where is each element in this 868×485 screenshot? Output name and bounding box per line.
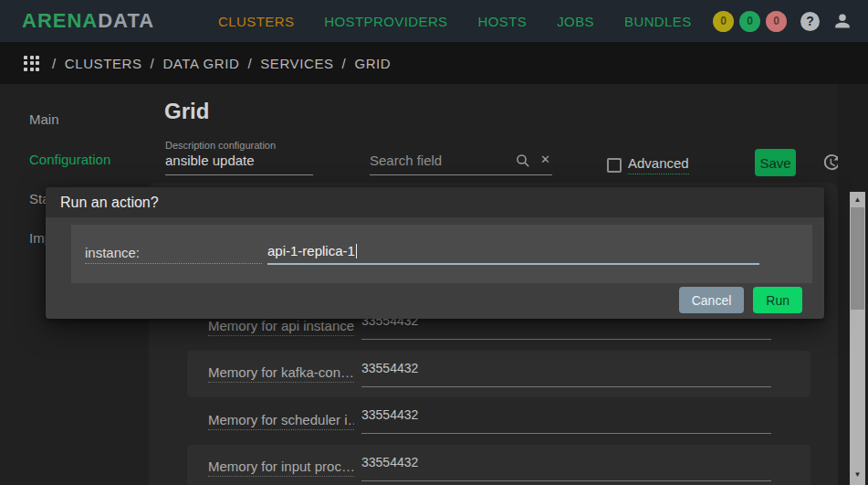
sidebar-item-main[interactable]: Main [29, 111, 59, 127]
search-icon[interactable] [516, 153, 530, 172]
config-field-list: Memory for api instance: 33554432 Memory… [149, 303, 838, 485]
dialog-title: Run an action? [46, 187, 824, 217]
job-status-badge-yellow[interactable]: 0 [713, 11, 734, 32]
toolbar-bar: / CLUSTERS / DATA GRID / SERVICES / GRID… [0, 42, 868, 84]
nav-item-bundles[interactable]: BUNDLES [624, 14, 692, 29]
config-field-label: Memory for kafka-con… [208, 364, 354, 383]
description-config-label: Description configuration [165, 140, 276, 151]
nav-item-hosts[interactable]: HOSTS [478, 14, 528, 29]
breadcrumb-separator: / [342, 56, 347, 71]
nav-item-clusters[interactable]: CLUSTERS [218, 14, 294, 29]
cancel-button[interactable]: Cancel [679, 287, 745, 313]
config-search: ✕ [370, 153, 552, 175]
vertical-scrollbar[interactable]: ▲ ▼ [850, 192, 865, 485]
help-icon[interactable]: ? [800, 12, 820, 31]
scroll-up-icon[interactable]: ▲ [850, 193, 865, 206]
breadcrumb-clusters[interactable]: CLUSTERS [65, 56, 142, 71]
save-button[interactable]: Save [755, 149, 796, 176]
arenadata-logo[interactable]: ARENADATA [22, 9, 154, 33]
apps-grid-icon[interactable] [24, 56, 39, 71]
breadcrumb: / CLUSTERS / DATA GRID / SERVICES / GRID [52, 56, 391, 71]
advanced-checkbox[interactable] [607, 158, 622, 173]
breadcrumb-services[interactable]: SERVICES [260, 56, 333, 71]
advanced-label: Advanced [628, 155, 689, 174]
config-field-row: Memory for kafka-con… 33554432 [187, 351, 810, 398]
breadcrumb-grid[interactable]: GRID [354, 56, 391, 71]
nav-item-jobs[interactable]: JOBS [557, 14, 594, 29]
config-field-row: Memory for scheduler i… 33554432 [187, 397, 810, 445]
logo-text-arena: ARENA [22, 9, 98, 32]
run-button[interactable]: Run [753, 287, 802, 313]
job-status-badge-red[interactable]: 0 [766, 11, 787, 32]
scrollbar-thumb[interactable] [851, 207, 864, 310]
config-field-input[interactable]: 33554432 [361, 407, 771, 434]
config-field-label: Memory for scheduler i… [208, 412, 354, 430]
breadcrumb-separator: / [151, 56, 155, 71]
dialog-form-panel: instance: api-1-replica-1 [71, 225, 812, 283]
account-icon[interactable] [831, 10, 853, 32]
config-field-input[interactable]: 33554432 [361, 361, 771, 387]
clear-search-icon[interactable]: ✕ [540, 153, 550, 166]
run-action-dialog: Run an action? instance: api-1-replica-1… [46, 187, 824, 319]
nav-item-hostproviders[interactable]: HOSTPROVIDERS [324, 14, 447, 29]
adcm-app-window: ARENADATA CLUSTERS HOSTPROVIDERS HOSTS J… [0, 0, 868, 485]
config-field-input[interactable]: 33554432 [361, 455, 771, 481]
description-config-input[interactable] [165, 153, 313, 175]
dialog-footer: Cancel Run [46, 283, 824, 313]
job-status-badge-green[interactable]: 0 [739, 11, 760, 32]
scroll-down-icon[interactable]: ▼ [850, 468, 865, 480]
config-field-row: Memory for input proc… 33554432 [187, 445, 810, 485]
top-nav-right: 0 0 0 ? [713, 0, 853, 42]
config-field-label: Memory for input proc… [208, 459, 354, 477]
text-caret [356, 244, 358, 258]
instance-input-value: api-1-replica-1 [267, 243, 355, 258]
instance-input[interactable]: api-1-replica-1 [267, 243, 759, 265]
main-nav: CLUSTERS HOSTPROVIDERS HOSTS JOBS BUNDLE… [218, 14, 692, 29]
breadcrumb-separator: / [247, 56, 252, 71]
page-title: Grid [164, 99, 209, 124]
breadcrumb-data-grid[interactable]: DATA GRID [162, 56, 239, 71]
top-nav-bar: ARENADATA CLUSTERS HOSTPROVIDERS HOSTS J… [0, 0, 868, 42]
sidebar-item-configuration[interactable]: Configuration [29, 152, 110, 167]
config-field-label: Memory for api instance: [208, 318, 354, 336]
logo-text-data: DATA [98, 9, 154, 32]
advanced-toggle[interactable]: Advanced [607, 155, 689, 174]
instance-field-label: instance: [85, 245, 262, 264]
breadcrumb-separator: / [52, 56, 57, 71]
